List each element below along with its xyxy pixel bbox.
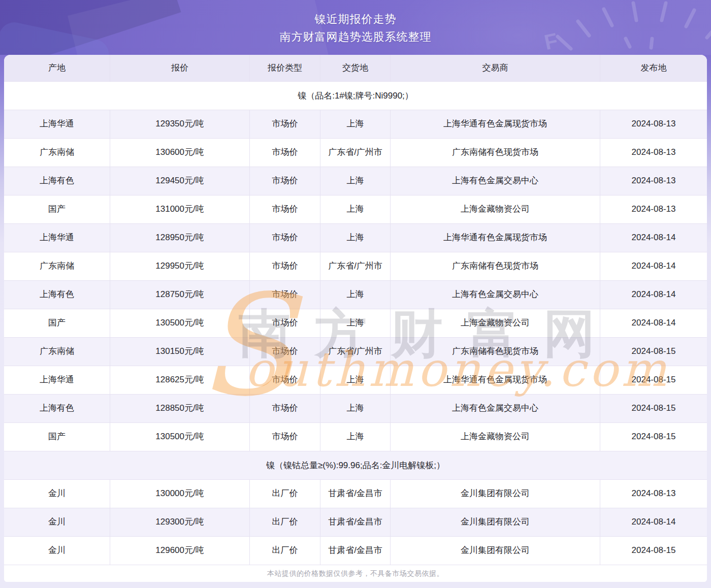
cell-price-type: 市场价: [250, 139, 320, 167]
section-header-row: 镍（品名:1#镍;牌号:Ni9990;）: [4, 81, 707, 110]
cell-publish-date: 2024-08-13: [600, 139, 707, 167]
cell-price: 131000元/吨: [110, 195, 250, 223]
nickel-quotes-table: 产地报价报价类型交货地交易商发布地 镍（品名:1#镍;牌号:Ni9990;）上海…: [4, 55, 707, 582]
cell-publish-date: 2024-08-13: [600, 167, 707, 195]
cell-delivery-place: 上海: [320, 281, 391, 309]
table-row: 国产131000元/吨市场价上海上海金藏物资公司2024-08-13: [4, 195, 707, 223]
table-row: 金川129600元/吨出厂价甘肃省/金昌市金川集团有限公司2024-08-15: [4, 536, 707, 565]
cell-price: 130000元/吨: [110, 480, 250, 508]
cell-origin: 广东南储: [4, 338, 110, 366]
banner-titles: 镍近期报价走势 南方财富网趋势选股系统整理: [0, 0, 711, 55]
cell-publish-date: 2024-08-13: [600, 480, 707, 508]
cell-price-type: 市场价: [250, 395, 320, 422]
cell-trader: 广东南储有色现货市场: [391, 338, 600, 366]
cell-price-type: 市场价: [250, 195, 320, 223]
cell-price-type: 市场价: [250, 309, 320, 337]
cell-price-type: 出厂价: [250, 508, 320, 536]
table-row: 广东南储130150元/吨市场价广东省/广州市广东南储有色现货市场2024-08…: [4, 337, 707, 366]
cell-origin: 金川: [4, 508, 110, 536]
cell-origin: 国产: [4, 423, 110, 451]
cell-price: 129450元/吨: [110, 167, 250, 195]
cell-origin: 广东南储: [4, 252, 110, 280]
cell-trader: 广东南储有色现货市场: [391, 252, 600, 280]
table-row: 上海华通128950元/吨市场价上海上海华通有色金属现货市场2024-08-14: [4, 223, 707, 252]
cell-publish-date: 2024-08-15: [600, 366, 707, 394]
cell-publish-date: 2024-08-15: [600, 338, 707, 366]
column-header-trader: 交易商: [391, 55, 600, 81]
cell-trader: 上海有色金属交易中心: [391, 167, 600, 195]
cell-trader: 金川集团有限公司: [391, 537, 600, 565]
cell-publish-date: 2024-08-14: [600, 281, 707, 309]
cell-trader: 上海华通有色金属现货市场: [391, 110, 600, 138]
disclaimer-text: 本站提供的价格数据仅供参考，不具备市场交易依据。: [267, 569, 444, 578]
column-header-price: 报价: [110, 55, 250, 81]
banner: F 镍近期报价走势 南方财富网趋势选股系统整理: [0, 0, 711, 55]
cell-publish-date: 2024-08-14: [600, 252, 707, 280]
cell-publish-date: 2024-08-15: [600, 395, 707, 422]
cell-trader: 金川集团有限公司: [391, 480, 600, 508]
cell-publish-date: 2024-08-13: [600, 195, 707, 223]
cell-delivery-place: 上海: [320, 195, 391, 223]
cell-origin: 上海有色: [4, 281, 110, 309]
cell-price: 129300元/吨: [110, 508, 250, 536]
cell-origin: 上海华通: [4, 110, 110, 138]
cell-price: 129950元/吨: [110, 252, 250, 280]
table-row: 金川130000元/吨出厂价甘肃省/金昌市金川集团有限公司2024-08-13: [4, 479, 707, 508]
cell-origin: 广东南储: [4, 139, 110, 167]
section-header-row: 镍（镍钴总量≥(%):99.96;品名:金川电解镍板;）: [4, 451, 707, 479]
cell-trader: 广东南储有色现货市场: [391, 139, 600, 167]
cell-price: 130500元/吨: [110, 309, 250, 337]
cell-price: 129600元/吨: [110, 537, 250, 565]
cell-origin: 上海华通: [4, 366, 110, 394]
table-row: 上海有色128850元/吨市场价上海上海有色金属交易中心2024-08-15: [4, 394, 707, 422]
column-header-publish-date: 发布地: [600, 55, 707, 81]
cell-delivery-place: 广东省/广州市: [320, 252, 391, 280]
table-row: 广东南储129950元/吨市场价广东省/广州市广东南储有色现货市场2024-08…: [4, 252, 707, 280]
table-row: 上海有色129450元/吨市场价上海上海有色金属交易中心2024-08-13: [4, 167, 707, 195]
cell-trader: 上海金藏物资公司: [391, 195, 600, 223]
cell-price-type: 市场价: [250, 224, 320, 252]
cell-delivery-place: 广东省/广州市: [320, 139, 391, 167]
cell-delivery-place: 上海: [320, 224, 391, 252]
table-row: 国产130500元/吨市场价上海上海金藏物资公司2024-08-15: [4, 422, 707, 451]
cell-publish-date: 2024-08-15: [600, 537, 707, 565]
cell-price: 130150元/吨: [110, 338, 250, 366]
cell-delivery-place: 上海: [320, 110, 391, 138]
cell-publish-date: 2024-08-14: [600, 508, 707, 536]
cell-trader: 金川集团有限公司: [391, 508, 600, 536]
cell-trader: 上海金藏物资公司: [391, 309, 600, 337]
cell-price-type: 市场价: [250, 110, 320, 138]
table-row: 国产130500元/吨市场价上海上海金藏物资公司2024-08-14: [4, 309, 707, 337]
cell-price-type: 出厂价: [250, 480, 320, 508]
cell-delivery-place: 甘肃省/金昌市: [320, 508, 391, 536]
cell-trader: 上海金藏物资公司: [391, 423, 600, 451]
cell-price-type: 市场价: [250, 423, 320, 451]
column-header-delivery-place: 交货地: [320, 55, 391, 81]
cell-price-type: 市场价: [250, 167, 320, 195]
cell-origin: 上海有色: [4, 395, 110, 422]
cell-price-type: 出厂价: [250, 537, 320, 565]
cell-publish-date: 2024-08-13: [600, 110, 707, 138]
cell-publish-date: 2024-08-14: [600, 224, 707, 252]
column-header-price-type: 报价类型: [250, 55, 320, 81]
cell-price: 128750元/吨: [110, 281, 250, 309]
cell-price: 128850元/吨: [110, 395, 250, 422]
cell-price-type: 市场价: [250, 366, 320, 394]
column-header-origin: 产地: [4, 55, 110, 81]
cell-price: 130500元/吨: [110, 423, 250, 451]
footer-disclaimer: 本站提供的价格数据仅供参考，不具备市场交易依据。: [4, 565, 707, 582]
cell-trader: 上海有色金属交易中心: [391, 281, 600, 309]
cell-price-type: 市场价: [250, 281, 320, 309]
cell-trader: 上海有色金属交易中心: [391, 395, 600, 422]
cell-price-type: 市场价: [250, 252, 320, 280]
cell-delivery-place: 上海: [320, 423, 391, 451]
page-subtitle: 南方财富网趋势选股系统整理: [280, 30, 432, 44]
table-row: 金川129300元/吨出厂价甘肃省/金昌市金川集团有限公司2024-08-14: [4, 508, 707, 536]
cell-delivery-place: 甘肃省/金昌市: [320, 480, 391, 508]
cell-delivery-place: 上海: [320, 395, 391, 422]
cell-trader: 上海华通有色金属现货市场: [391, 366, 600, 394]
table-body: 镍（品名:1#镍;牌号:Ni9990;）上海华通129350元/吨市场价上海上海…: [4, 81, 707, 565]
cell-delivery-place: 甘肃省/金昌市: [320, 537, 391, 565]
cell-origin: 金川: [4, 537, 110, 565]
cell-price: 130600元/吨: [110, 139, 250, 167]
